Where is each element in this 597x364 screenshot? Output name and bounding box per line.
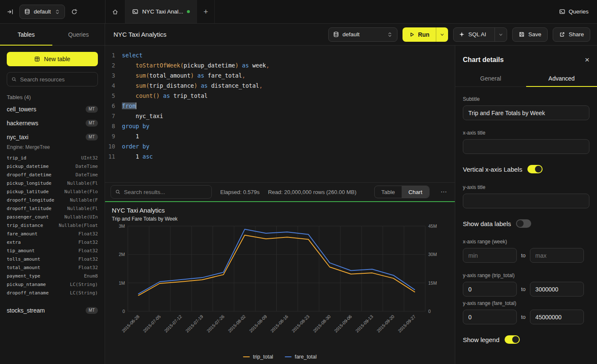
column-row: tolls_amountFloat32: [7, 255, 98, 264]
svg-text:2015-08-02: 2015-08-02: [227, 314, 247, 334]
legend-swatch: [285, 356, 292, 358]
column-name: pickup_latitude: [7, 188, 49, 196]
column-type: Nullable(Fl: [67, 205, 98, 213]
column-name: dropoff_ntaname: [7, 289, 49, 297]
table-row[interactable]: nyc_taxiMT: [7, 130, 98, 144]
share-button-label: Share: [569, 31, 584, 38]
range-to-label: to: [521, 286, 526, 292]
line-number: 3: [105, 70, 122, 81]
chevron-updown-icon: [387, 32, 393, 38]
vertical-xaxis-labels-toggle[interactable]: [527, 165, 543, 173]
chart-subtitle: Trip and Fare Totals by Week: [112, 216, 448, 222]
code-text: group by: [122, 121, 149, 131]
column-name: dropoff_datetime: [7, 171, 51, 179]
column-row: total_amountFloat32: [7, 264, 98, 272]
sidebar-tab-tables[interactable]: Tables: [0, 24, 52, 45]
sparkle-icon: [459, 31, 465, 38]
chart-details-tabs: General Advanced: [455, 70, 597, 87]
database-selector[interactable]: default: [19, 5, 65, 19]
xaxis-range-min-input[interactable]: [463, 248, 517, 263]
sidebar-search-input[interactable]: [20, 76, 93, 83]
search-icon: [11, 76, 17, 82]
legend-item[interactable]: fare_total: [285, 354, 316, 360]
show-data-labels-row: Show data labels: [463, 219, 589, 228]
save-icon: [519, 31, 525, 38]
column-row: fare_amountFloat32: [7, 230, 98, 238]
code-text: order by: [122, 141, 149, 151]
chart-plot: 001M15M2M30M3M45M2015-06-282015-07-05201…: [112, 222, 448, 353]
run-options-button[interactable]: [436, 27, 448, 42]
tab-strip: NYC Taxi Anal... +: [105, 0, 551, 23]
sql-ai-options-button[interactable]: [494, 28, 507, 41]
subtitle-input[interactable]: [463, 105, 589, 120]
yaxis-range-fare-max-input[interactable]: [530, 310, 584, 324]
svg-text:2M: 2M: [119, 252, 125, 257]
sql-editor[interactable]: 1select2 toStartOfWeek(pickup_datetime) …: [105, 46, 455, 182]
column-type: Nullable(UIn: [65, 213, 98, 221]
editor-line: 6from: [105, 101, 455, 111]
svg-text:1M: 1M: [119, 280, 125, 286]
xaxis-title-input[interactable]: [463, 139, 589, 154]
yaxis-range-trip-label: y-axis range (trip_total): [463, 272, 589, 278]
results-search-input[interactable]: [124, 189, 207, 195]
tab-general[interactable]: General: [455, 70, 526, 86]
search-icon: [115, 189, 121, 195]
share-button[interactable]: Share: [553, 27, 590, 42]
table-row[interactable]: stocks_streamMT: [7, 303, 98, 317]
topbar-right: Queries: [551, 0, 597, 23]
chart-view-button[interactable]: Chart: [402, 186, 429, 198]
yaxis-range-fare-min-input[interactable]: [463, 310, 517, 324]
new-table-button[interactable]: New table: [7, 52, 98, 66]
show-data-labels-toggle[interactable]: [516, 219, 531, 228]
column-type: Float32: [78, 230, 98, 238]
column-name: dropoff_longitude: [7, 196, 54, 205]
table-row[interactable]: cell_towersMT: [7, 102, 98, 116]
legend-item[interactable]: trip_total: [243, 354, 273, 360]
table-engine-badge: MT: [86, 106, 98, 113]
svg-text:2015-09-20: 2015-09-20: [375, 314, 395, 334]
show-legend-toggle[interactable]: [505, 335, 520, 344]
tab-advanced[interactable]: Advanced: [526, 70, 597, 86]
run-button-group: Run: [403, 27, 448, 42]
line-number: 8: [105, 121, 122, 131]
yaxis-range-fare-row: to: [463, 310, 589, 324]
run-database-selector[interactable]: default: [328, 27, 397, 42]
range-to-label: to: [521, 252, 526, 259]
chart-details-header: Chart details ×: [455, 46, 597, 70]
collapse-sidebar-button[interactable]: [5, 7, 15, 17]
column-type: Float32: [78, 247, 98, 255]
yaxis-title-input[interactable]: [463, 194, 589, 208]
save-button[interactable]: Save: [512, 27, 548, 42]
collapse-sidebar-icon: [7, 8, 14, 15]
home-tab[interactable]: [105, 0, 125, 23]
yaxis-range-trip-min-input[interactable]: [463, 282, 517, 297]
table-row[interactable]: hackernewsMT: [7, 116, 98, 130]
column-row: tip_amountFloat32: [7, 247, 98, 255]
refresh-icon: [71, 8, 78, 15]
active-query-tab[interactable]: NYC Taxi Anal...: [125, 0, 197, 23]
toggle-knob: [512, 336, 519, 343]
sql-ai-button[interactable]: SQL AI: [454, 28, 491, 41]
sidebar-tab-queries[interactable]: Queries: [52, 24, 105, 45]
yaxis-range-fare-label: y-axis range (fare_total): [463, 300, 589, 306]
chart-details-panel: Chart details × General Advanced Subtitl…: [455, 46, 597, 364]
close-panel-button[interactable]: ×: [585, 56, 589, 64]
topbar-left: default: [0, 0, 105, 23]
elapsed-time: Elapsed: 0.579s: [220, 189, 259, 195]
run-button[interactable]: Run: [403, 27, 436, 42]
column-name: pickup_ntaname: [7, 280, 46, 289]
yaxis-range-trip-max-input[interactable]: [530, 282, 584, 297]
table-view-button[interactable]: Table: [375, 186, 402, 198]
xaxis-range-max-input[interactable]: [530, 248, 584, 263]
editor-line: 4 sum(trip_distance) as distance_total,: [105, 81, 455, 91]
play-icon: [409, 32, 415, 38]
refresh-button[interactable]: [69, 7, 79, 17]
editor-line: 5 count() as trip_total: [105, 91, 455, 101]
svg-text:2015-09-27: 2015-09-27: [397, 314, 417, 334]
svg-text:15M: 15M: [428, 280, 437, 286]
svg-text:45M: 45M: [428, 224, 437, 229]
queries-button[interactable]: Queries: [559, 8, 589, 15]
results-more-button[interactable]: ⋯: [438, 187, 449, 197]
xaxis-range-row: to: [463, 248, 589, 263]
new-tab-button[interactable]: +: [197, 0, 215, 23]
